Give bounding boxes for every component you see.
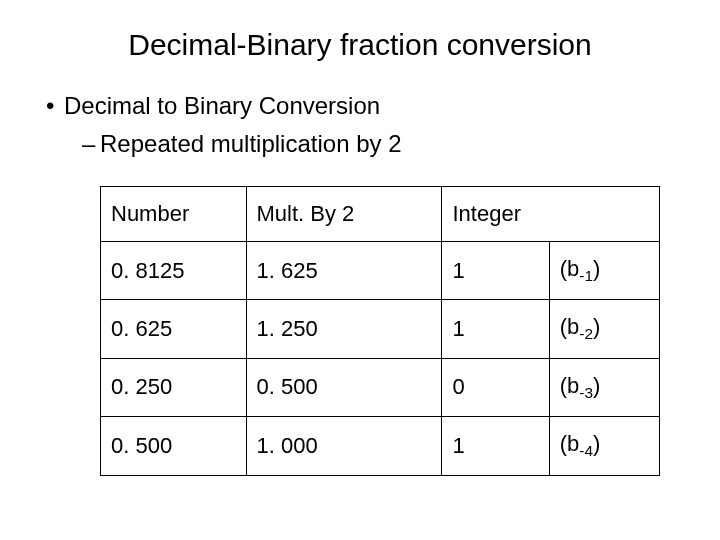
cell-bit: (b-2) [549, 300, 659, 358]
slide: Decimal-Binary fraction conversion •Deci… [0, 0, 720, 476]
cell-number: 0. 500 [101, 417, 247, 475]
cell-int: 1 [442, 417, 549, 475]
bullet-2-text: Repeated multiplication by 2 [100, 130, 402, 157]
cell-bit: (b-3) [549, 358, 659, 416]
cell-mult: 1. 000 [246, 417, 442, 475]
bullet-level-2: –Repeated multiplication by 2 [82, 130, 680, 158]
cell-int: 1 [442, 242, 549, 300]
bullet-dash-icon: – [82, 130, 100, 158]
cell-int: 0 [442, 358, 549, 416]
table-row: 0. 625 1. 250 1 (b-2) [101, 300, 660, 358]
cell-bit: (b-4) [549, 417, 659, 475]
header-integer: Integer [442, 187, 660, 242]
header-number: Number [101, 187, 247, 242]
cell-mult: 0. 500 [246, 358, 442, 416]
cell-int: 1 [442, 300, 549, 358]
conversion-table: Number Mult. By 2 Integer 0. 8125 1. 625… [100, 186, 660, 476]
bullet-level-1: •Decimal to Binary Conversion [46, 92, 680, 120]
cell-mult: 1. 250 [246, 300, 442, 358]
table-row: 0. 500 1. 000 1 (b-4) [101, 417, 660, 475]
slide-title: Decimal-Binary fraction conversion [40, 28, 680, 62]
table-header-row: Number Mult. By 2 Integer [101, 187, 660, 242]
bullet-1-text: Decimal to Binary Conversion [64, 92, 380, 119]
cell-number: 0. 250 [101, 358, 247, 416]
bullet-dot-icon: • [46, 92, 64, 120]
cell-number: 0. 8125 [101, 242, 247, 300]
header-mult: Mult. By 2 [246, 187, 442, 242]
cell-bit: (b-1) [549, 242, 659, 300]
table-row: 0. 250 0. 500 0 (b-3) [101, 358, 660, 416]
cell-number: 0. 625 [101, 300, 247, 358]
table-row: 0. 8125 1. 625 1 (b-1) [101, 242, 660, 300]
cell-mult: 1. 625 [246, 242, 442, 300]
